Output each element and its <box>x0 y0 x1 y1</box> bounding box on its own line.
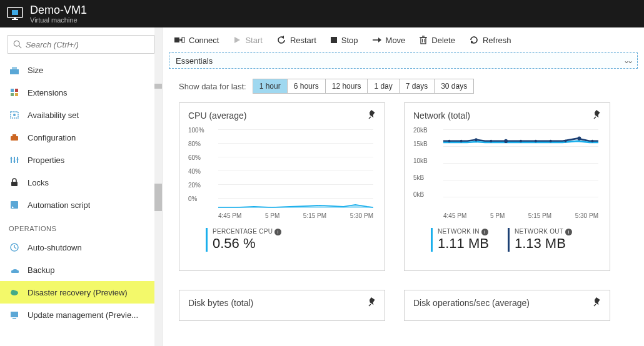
time-range-6-hours[interactable]: 6 hours <box>288 79 326 93</box>
stop-icon <box>330 36 338 44</box>
stop-button[interactable]: Stop <box>330 36 358 45</box>
sidebar-item-disaster-recovery[interactable]: Disaster recovery (Preview) <box>0 281 162 304</box>
cpu-metric: PERCENTAGE CPUi 0.56 % <box>206 228 281 252</box>
sidebar: Size Extensions Availability set Configu… <box>0 27 163 346</box>
sidebar-item-size[interactable]: Size <box>0 59 162 81</box>
info-icon[interactable]: i <box>565 229 572 235</box>
refresh-button[interactable]: Refresh <box>469 35 511 45</box>
svg-point-49 <box>460 140 463 142</box>
svg-line-26 <box>14 247 16 249</box>
page-title: Demo-VM1 <box>30 4 87 16</box>
svg-point-54 <box>535 140 537 142</box>
command-bar: Connect Start Restart Stop Move Delete R… <box>163 27 644 52</box>
lock-icon <box>9 177 20 188</box>
svg-rect-36 <box>331 37 337 43</box>
info-icon[interactable]: i <box>481 229 488 235</box>
search-icon <box>13 40 22 49</box>
svg-point-55 <box>550 140 552 142</box>
network-in-metric: NETWORK INi 1.11 MB <box>431 228 489 252</box>
essentials-panel[interactable]: Essentials ⌄⌄ <box>169 52 638 69</box>
net-x-ticks: 4:45 PM5 PM5:15 PM5:30 PM <box>443 212 598 219</box>
restart-icon <box>276 35 286 45</box>
sidebar-item-backup[interactable]: Backup <box>0 259 162 281</box>
main-content: Connect Start Restart Stop Move Delete R… <box>163 27 644 346</box>
svg-rect-31 <box>13 318 16 319</box>
svg-point-53 <box>520 140 522 142</box>
page-subtitle: Virtual machine <box>30 16 87 24</box>
svg-rect-8 <box>11 89 14 92</box>
pin-icon[interactable] <box>367 297 377 309</box>
sidebar-item-extensions[interactable]: Extensions <box>0 81 162 104</box>
sidebar-item-update-management[interactable]: Update management (Previe... <box>0 304 162 326</box>
size-icon <box>9 64 20 76</box>
time-range-selector: Show data for last: 1 hour6 hours12 hour… <box>163 75 644 102</box>
sidebar-item-auto-shutdown[interactable]: Auto-shutdown <box>0 236 162 259</box>
cpu-card-title: CPU (average) <box>188 111 376 121</box>
cpu-plot[interactable] <box>218 129 373 208</box>
time-range-1-hour[interactable]: 1 hour <box>253 79 288 93</box>
start-button[interactable]: Start <box>233 36 262 45</box>
play-icon <box>233 36 241 44</box>
sidebar-item-configuration[interactable]: Configuration <box>0 126 162 149</box>
sidebar-item-locks[interactable]: Locks <box>0 171 162 194</box>
svg-line-59 <box>369 304 371 306</box>
svg-point-21 <box>17 159 19 161</box>
svg-rect-9 <box>15 89 18 92</box>
svg-rect-3 <box>12 10 18 15</box>
search-box[interactable] <box>8 35 154 54</box>
cpu-chart-card: CPU (average) 100%80%60%40%20%0% 4:45 PM… <box>179 102 385 271</box>
pin-icon[interactable] <box>592 109 602 121</box>
svg-rect-22 <box>11 182 18 186</box>
essentials-label: Essentials <box>176 56 213 66</box>
svg-rect-6 <box>10 69 19 74</box>
sidebar-item-automation-script[interactable]: Automation script <box>0 194 162 216</box>
chevron-down-icon: ⌄⌄ <box>623 56 631 65</box>
svg-point-29 <box>11 290 15 294</box>
time-range-1-day[interactable]: 1 day <box>368 79 399 93</box>
time-range-12-hours[interactable]: 12 hours <box>326 79 368 93</box>
time-range-7-days[interactable]: 7 days <box>400 79 435 93</box>
network-out-metric: NETWORK OUTi 1.13 MB <box>508 228 572 252</box>
svg-marker-34 <box>234 37 240 43</box>
svg-rect-30 <box>11 312 18 317</box>
svg-point-51 <box>490 140 492 142</box>
cpu-y-ticks: 100%80%60%40%20%0% <box>188 127 204 209</box>
sidebar-item-availability-set[interactable]: Availability set <box>0 104 162 126</box>
time-range-30-days[interactable]: 30 days <box>435 79 473 93</box>
properties-icon <box>9 154 20 166</box>
move-icon <box>372 36 382 44</box>
svg-rect-39 <box>421 37 426 44</box>
availability-icon <box>9 109 20 121</box>
network-plot[interactable] <box>443 129 598 208</box>
sidebar-item-properties[interactable]: Properties <box>0 149 162 171</box>
pin-icon[interactable] <box>592 297 602 309</box>
backup-icon <box>9 264 20 275</box>
script-icon <box>9 199 20 210</box>
svg-rect-10 <box>11 93 14 96</box>
svg-point-58 <box>591 140 594 142</box>
svg-rect-33 <box>182 37 184 42</box>
svg-rect-11 <box>15 93 18 96</box>
clock-icon <box>9 242 20 253</box>
cpu-x-ticks: 4:45 PM5 PM5:15 PM5:30 PM <box>218 212 373 219</box>
search-input[interactable] <box>26 40 149 49</box>
svg-rect-15 <box>13 134 16 136</box>
svg-rect-32 <box>174 37 179 42</box>
info-icon[interactable]: i <box>274 229 281 235</box>
svg-rect-7 <box>12 67 17 69</box>
delete-button[interactable]: Delete <box>419 35 455 45</box>
pin-icon[interactable] <box>367 109 377 121</box>
refresh-icon <box>469 35 479 45</box>
sidebar-scroll-thumb[interactable] <box>154 184 162 211</box>
sidebar-section-operations: OPERATIONS <box>0 216 162 236</box>
svg-point-20 <box>14 161 16 162</box>
move-button[interactable]: Move <box>372 36 406 45</box>
restart-button[interactable]: Restart <box>276 35 316 45</box>
disk-ops-card: Disk operations/sec (average) <box>404 290 610 321</box>
connect-icon <box>174 36 185 44</box>
svg-point-52 <box>504 139 508 143</box>
svg-point-4 <box>14 41 19 46</box>
connect-button[interactable]: Connect <box>174 36 219 45</box>
svg-rect-27 <box>11 270 19 273</box>
network-card-title: Network (total) <box>413 111 601 121</box>
